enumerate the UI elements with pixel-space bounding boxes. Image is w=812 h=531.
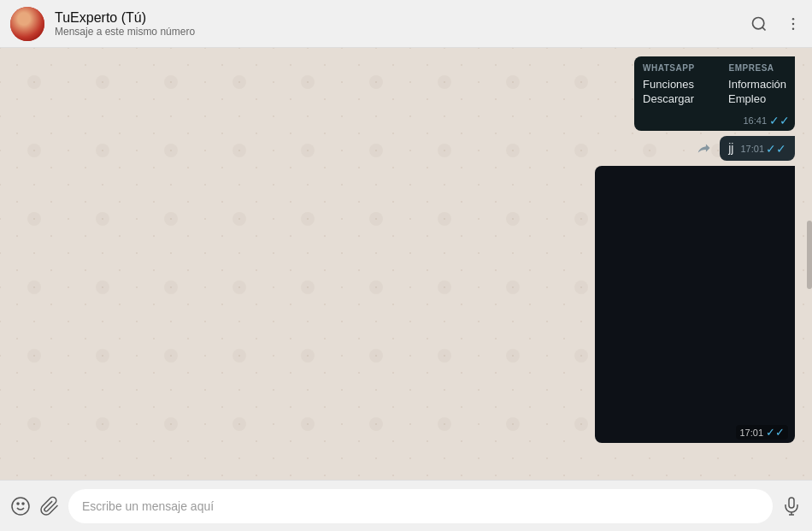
- msg2-ticks: ✓✓: [766, 142, 786, 156]
- whatsapp-card-headers: WHATSAPP EMPRESA: [643, 63, 786, 73]
- header-icons: [750, 15, 802, 32]
- message-text-bubble: jj 17:01 ✓✓: [720, 136, 795, 161]
- scrollbar-thumb[interactable]: [807, 221, 812, 289]
- search-button[interactable]: [750, 15, 768, 32]
- message-image: 17:01 ✓✓: [595, 166, 795, 443]
- svg-point-6: [17, 503, 19, 504]
- whatsapp-card-bubble: WHATSAPP EMPRESA Funciones Información D…: [634, 56, 795, 131]
- emoji-button[interactable]: [10, 496, 31, 516]
- whatsapp-nav-row2: Descargar Empleo: [643, 92, 786, 105]
- svg-point-7: [22, 503, 24, 504]
- whatsapp-link-funciones[interactable]: Funciones: [643, 78, 694, 91]
- scrollbar[interactable]: [807, 48, 812, 480]
- mic-button[interactable]: [781, 496, 802, 516]
- msg2-time: 17:01 ✓✓: [740, 142, 786, 156]
- message-text-row: jj 17:01 ✓✓: [696, 136, 795, 161]
- whatsapp-link-informacion[interactable]: Información: [728, 78, 786, 91]
- msg1-time: 16:41 ✓✓: [634, 112, 795, 131]
- image-bubble: 17:01 ✓✓: [595, 166, 795, 443]
- whatsapp-card-inner: WHATSAPP EMPRESA Funciones Información D…: [634, 56, 795, 112]
- whatsapp-col1-header: WHATSAPP: [643, 63, 694, 73]
- image-content: [595, 166, 795, 443]
- menu-button[interactable]: [785, 15, 802, 32]
- attach-button[interactable]: [39, 496, 60, 516]
- svg-point-2: [792, 17, 795, 20]
- svg-point-0: [753, 17, 764, 28]
- svg-point-5: [12, 498, 29, 515]
- contact-name: TuExperto (Tú): [55, 9, 750, 26]
- svg-rect-8: [789, 498, 794, 508]
- whatsapp-col2-header: EMPRESA: [729, 63, 774, 73]
- msg1-ticks: ✓✓: [769, 114, 790, 127]
- contact-status: Mensaje a este mismo número: [55, 26, 750, 38]
- whatsapp-link-descargar[interactable]: Descargar: [643, 92, 694, 105]
- msg3-time: 17:01 ✓✓: [736, 425, 788, 440]
- svg-point-4: [792, 27, 795, 30]
- svg-point-3: [792, 22, 795, 25]
- message-input[interactable]: [68, 489, 773, 523]
- msg2-text: jj: [728, 141, 733, 155]
- msg3-ticks: ✓✓: [766, 426, 785, 439]
- header-info: TuExperto (Tú) Mensaje a este mismo núme…: [55, 9, 750, 38]
- chat-area: WHATSAPP EMPRESA Funciones Información D…: [0, 48, 812, 480]
- avatar[interactable]: [10, 7, 44, 41]
- chat-messages: WHATSAPP EMPRESA Funciones Información D…: [0, 48, 812, 480]
- whatsapp-link-empleo[interactable]: Empleo: [728, 92, 766, 105]
- forward-button[interactable]: [696, 139, 715, 158]
- message-whatsapp-card: WHATSAPP EMPRESA Funciones Información D…: [634, 56, 795, 131]
- whatsapp-nav-row1: Funciones Información: [643, 78, 786, 91]
- input-area: [0, 480, 812, 531]
- svg-line-1: [762, 27, 766, 30]
- chat-header: TuExperto (Tú) Mensaje a este mismo núme…: [0, 0, 812, 48]
